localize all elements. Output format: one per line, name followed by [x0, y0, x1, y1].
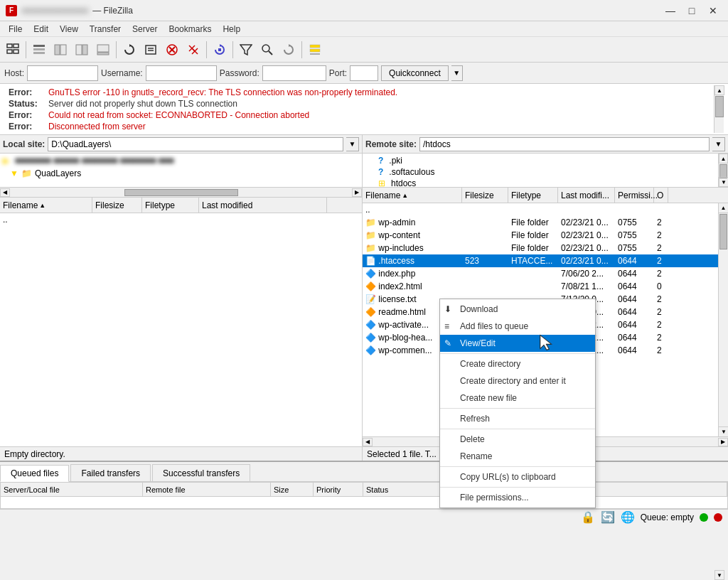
log-scroll-up[interactable]: ▲	[714, 85, 724, 95]
host-input[interactable]	[27, 65, 98, 81]
right-file-dotdot[interactable]: ..	[363, 203, 728, 216]
left-col-filetype[interactable]: Filetype	[142, 198, 199, 213]
refresh-button[interactable]	[119, 40, 139, 60]
left-hscroll-right[interactable]: ▶	[352, 188, 362, 197]
toggle-logview-button[interactable]	[93, 40, 113, 60]
menu-edit[interactable]: Edit	[28, 23, 54, 36]
site-manager-button[interactable]	[3, 40, 23, 60]
disconnect-button[interactable]	[279, 40, 299, 60]
menu-view[interactable]: View	[54, 23, 84, 36]
toggle-log-button[interactable]	[29, 40, 49, 60]
ctx-create-file[interactable]: Create new file	[440, 390, 595, 407]
title-text: — FileZilla	[92, 6, 133, 16]
svg-point-27	[262, 45, 269, 52]
queue-content: Server/Local file Remote file Size Prior…	[0, 482, 728, 509]
search-button[interactable]	[257, 40, 277, 60]
right-col-filesize[interactable]: Filesize	[462, 188, 508, 203]
left-hscroll-thumb[interactable]	[124, 189, 238, 196]
tab-successful-transfers[interactable]: Successful transfers	[152, 464, 250, 481]
username-input[interactable]	[146, 65, 217, 81]
local-tree-quadlayers[interactable]: ▼ 📁 QuadLayers	[1, 168, 360, 179]
log-text-2: Server did not properly shut down TLS co…	[48, 98, 237, 109]
right-file-wp-includes[interactable]: 📁 wp-includes File folder 02/23/21 0... …	[363, 242, 728, 254]
right-col-lastmod[interactable]: Last modifi...	[558, 188, 615, 203]
remote-site-input[interactable]	[419, 137, 710, 151]
menu-help[interactable]: Help	[217, 23, 246, 36]
svg-rect-10	[82, 45, 87, 55]
log-label-2: Status:	[9, 98, 44, 109]
right-col-filetype[interactable]: Filetype	[508, 188, 558, 203]
right-col-perm[interactable]: Permissi...	[615, 188, 654, 203]
right-col-owner[interactable]: O	[654, 188, 668, 203]
ctx-add-to-queue[interactable]: ≡ Add files to queue	[440, 318, 595, 335]
queue-column-headers: Server/Local file Remote file Size Prior…	[1, 483, 727, 497]
remote-tree-pki[interactable]: ? .pki	[364, 155, 727, 166]
remote-tree-htdocs[interactable]: ⊞ htdocs	[364, 178, 727, 188]
toggle-localtree-button[interactable]	[50, 40, 70, 60]
maximize-button[interactable]: □	[682, 4, 701, 18]
left-col-filesize[interactable]: Filesize	[92, 198, 142, 213]
ctx-delete[interactable]: Delete	[440, 431, 595, 448]
port-input[interactable]	[350, 65, 378, 81]
remote-tree-softaculous[interactable]: ? .softaculous	[364, 166, 727, 178]
download-icon: ⬇	[444, 304, 451, 314]
ctx-copy-url[interactable]: Copy URL(s) to clipboard	[440, 468, 595, 485]
right-col-filename[interactable]: Filename ▲	[363, 188, 462, 203]
left-hscroll-left[interactable]: ◀	[0, 188, 10, 197]
ctx-refresh[interactable]: Refresh	[440, 410, 595, 427]
right-files-vscroll[interactable]: ▲ ▼	[718, 203, 728, 436]
right-file-index-php[interactable]: 🔷 index.php 7/06/20 2... 0644 2	[363, 267, 728, 280]
ctx-create-dir-enter[interactable]: Create directory and enter it	[440, 372, 595, 390]
remote-site-dropdown[interactable]: ▼	[712, 137, 725, 151]
svg-rect-9	[76, 45, 82, 55]
left-file-dotdot[interactable]: ..	[0, 213, 362, 226]
queue-col-server-file[interactable]: Server/Local file	[1, 483, 143, 496]
queue-col-remote-file[interactable]: Remote file	[143, 483, 271, 496]
ctx-file-permissions[interactable]: File permissions...	[440, 489, 595, 506]
remote-site-label: Remote site:	[365, 139, 417, 149]
filter-button[interactable]	[236, 40, 256, 60]
right-file-wp-content[interactable]: 📁 wp-content File folder 02/23/21 0... 0…	[363, 229, 728, 242]
ctx-separator-3	[440, 429, 595, 429]
status-dot-red	[714, 513, 722, 522]
right-file-htaccess[interactable]: 📄 .htaccess 523 HTACCE... 02/23/21 0... …	[363, 254, 728, 267]
queue-col-priority[interactable]: Priority	[314, 483, 363, 496]
tab-queued-files[interactable]: Queued files	[0, 465, 69, 482]
left-col-filename[interactable]: Filename ▲	[0, 198, 92, 213]
left-col-lastmod[interactable]: Last modified	[199, 198, 327, 213]
toggle-remotetree-button[interactable]	[72, 40, 92, 60]
local-site-input[interactable]	[48, 137, 343, 151]
minimize-button[interactable]: ―	[661, 4, 680, 18]
local-site-dropdown[interactable]: ▼	[346, 137, 359, 151]
right-file-index2-html[interactable]: 🔶 index2.html 7/08/21 1... 0644 0	[363, 280, 728, 293]
local-tree-blurred[interactable]: ▶■■■■■■■ ■■■■■ ■■■■■■■ ■■■■■■■ ■■■	[1, 155, 360, 166]
bottom-status-bar: 🔒 🔄 🌐 Queue: empty	[0, 509, 728, 525]
ctx-create-dir[interactable]: Create directory	[440, 355, 595, 372]
queue-area: Queued files Failed transfers Successful…	[0, 461, 728, 509]
menu-bookmarks[interactable]: Bookmarks	[163, 23, 217, 36]
menu-transfer[interactable]: Transfer	[84, 23, 127, 36]
view-as-list-button[interactable]	[305, 40, 325, 60]
right-tree-vscroll[interactable]: ▲ ▼	[718, 154, 728, 187]
quickconnect-button[interactable]: Quickconnect	[381, 65, 449, 81]
left-file-list: Filename ▲ Filesize Filetype Last modifi…	[0, 198, 362, 446]
quickconnect-dropdown-button[interactable]: ▼	[451, 65, 463, 81]
ctx-rename[interactable]: Rename	[440, 448, 595, 465]
menu-file[interactable]: File	[3, 23, 28, 36]
password-input[interactable]	[262, 65, 326, 81]
log-text-4: Disconnected from server	[48, 121, 146, 132]
queue-col-size[interactable]: Size	[271, 483, 314, 496]
process-queue-button[interactable]	[141, 40, 161, 60]
reconnect-button[interactable]	[210, 40, 230, 60]
ctx-download[interactable]: ⬇ Download	[440, 301, 595, 318]
tab-failed-transfers[interactable]: Failed transfers	[70, 464, 151, 481]
left-hscrollbar[interactable]: ◀ ▶	[0, 188, 362, 198]
log-scrollbar[interactable]: ▲ ▼	[714, 85, 724, 133]
menu-server[interactable]: Server	[127, 23, 163, 36]
ctx-view-edit[interactable]: ✎ View/Edit	[440, 335, 595, 352]
right-file-wp-admin[interactable]: 📁 wp-admin File folder 02/23/21 0... 075…	[363, 216, 728, 229]
cancel-current-button[interactable]	[162, 40, 182, 60]
cancel-all-button[interactable]	[183, 40, 203, 60]
log-scroll-thumb[interactable]	[715, 96, 724, 117]
close-button[interactable]: ✕	[704, 4, 722, 18]
